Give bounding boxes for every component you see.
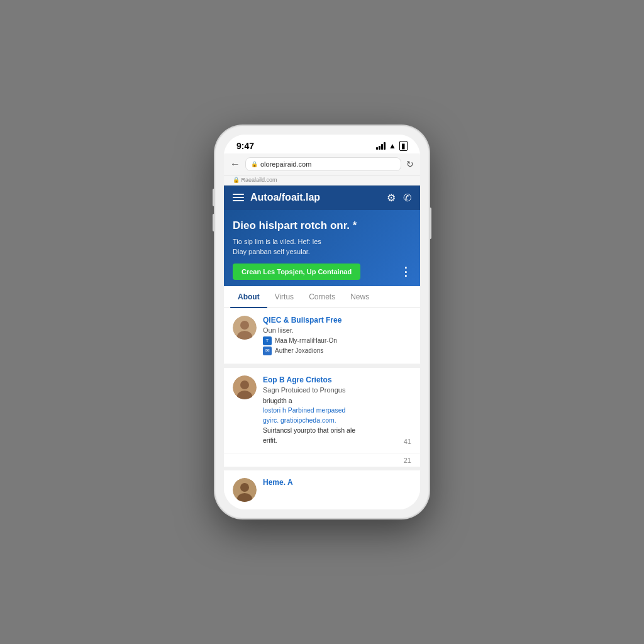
url-text: olorepairaid.com bbox=[260, 160, 311, 168]
phone-device: 9:47 ▲ ▮ ← 🔒 olorepairaid.com ↻ bbox=[215, 126, 429, 519]
post-2-count: 41 bbox=[404, 438, 411, 445]
hero-title: Dieo hislpart rotch onr. * bbox=[233, 219, 411, 233]
meta-text-1: Maa My-rmaliHaur-On bbox=[275, 337, 337, 344]
count-row: 21 bbox=[224, 454, 420, 467]
header-right: ⚙ ✆ bbox=[387, 192, 411, 204]
post-2-link[interactable]: lostori h Parbined merpasedgyirc. gratio… bbox=[263, 406, 345, 424]
meta-row-1: T Maa My-rmaliHaur-On bbox=[263, 336, 411, 345]
tabs-bar: About Virtus Cornets News bbox=[224, 286, 420, 308]
svg-point-1 bbox=[240, 321, 249, 330]
tab-cornets[interactable]: Cornets bbox=[301, 286, 343, 308]
back-button[interactable]: ← bbox=[230, 158, 240, 170]
post-item-partial: Heme. A bbox=[224, 467, 420, 509]
settings-icon[interactable]: ⚙ bbox=[387, 192, 396, 204]
browser-bar: ← 🔒 olorepairaid.com ↻ bbox=[224, 153, 420, 175]
post-1-body: QIEC & Buiispart Free Oun liiser. T Maa … bbox=[263, 316, 411, 355]
post-1-meta: T Maa My-rmaliHaur-On ✉ Auther Joxadions bbox=[263, 336, 411, 355]
app-title: Autoa/foait.lap bbox=[250, 192, 320, 203]
header-left: Autoa/foait.lap bbox=[233, 192, 320, 203]
tab-news[interactable]: News bbox=[343, 286, 377, 308]
avatar-1 bbox=[233, 316, 257, 340]
svg-point-4 bbox=[240, 380, 249, 389]
partial-post-body: Heme. A bbox=[263, 478, 411, 489]
url-bar[interactable]: 🔒 olorepairaid.com bbox=[245, 157, 401, 171]
avatar-3 bbox=[233, 478, 257, 502]
meta-text-2: Auther Joxadions bbox=[275, 347, 323, 354]
post-1-desc: Oun liiser. bbox=[263, 326, 411, 334]
volume-up-button bbox=[213, 189, 215, 206]
lock-icon: 🔒 bbox=[251, 161, 258, 167]
post-2-desc: Sagn Protuiced to Prongus bbox=[263, 386, 411, 394]
url-secondary-text: Raealaild.com bbox=[242, 177, 277, 183]
meta-icon-1: T bbox=[263, 336, 272, 345]
post-2-title[interactable]: Eop B Agre Crietos bbox=[263, 375, 411, 384]
content-area: QIEC & Buiispart Free Oun liiser. T Maa … bbox=[224, 308, 420, 510]
meta-icon-2: ✉ bbox=[263, 347, 272, 355]
hero-bottom: Crean Les Topsjen, Up Containad ⋮ bbox=[233, 264, 411, 280]
hamburger-menu[interactable] bbox=[233, 194, 244, 201]
avatar-2 bbox=[233, 375, 257, 399]
wifi-icon: ▲ bbox=[389, 142, 396, 150]
battery-icon: ▮ bbox=[399, 141, 408, 151]
hero-subtitle: Tio sip lim is la viled. Hef: lesDiay pa… bbox=[233, 236, 411, 257]
volume-down-button bbox=[213, 214, 215, 231]
app-header: Autoa/foait.lap ⚙ ✆ bbox=[224, 186, 420, 210]
hero-banner: Dieo hislpart rotch onr. * Tio sip lim i… bbox=[224, 210, 420, 286]
status-time: 9:47 bbox=[236, 141, 254, 151]
lock-icon-secondary: 🔒 bbox=[233, 177, 240, 183]
tab-virtus[interactable]: Virtus bbox=[267, 286, 301, 308]
post-item-2: Eop B Agre Crietos Sagn Protuiced to Pro… bbox=[224, 364, 420, 453]
phone-screen: 9:47 ▲ ▮ ← 🔒 olorepairaid.com ↻ bbox=[224, 135, 420, 510]
status-icons: ▲ ▮ bbox=[376, 141, 408, 151]
hamburger-line-1 bbox=[233, 194, 244, 195]
status-bar: 9:47 ▲ ▮ bbox=[224, 135, 420, 153]
power-button bbox=[429, 208, 431, 239]
svg-point-7 bbox=[240, 483, 249, 492]
post-2-long-desc: briugdth a lostori h Parbined merpasedgy… bbox=[263, 396, 411, 446]
signal-icon bbox=[376, 142, 386, 150]
partial-post-name[interactable]: Heme. A bbox=[263, 478, 411, 487]
count-21: 21 bbox=[404, 457, 411, 464]
hamburger-line-2 bbox=[233, 197, 244, 198]
post-item: QIEC & Buiispart Free Oun liiser. T Maa … bbox=[224, 308, 420, 363]
cta-button[interactable]: Crean Les Topsjen, Up Containad bbox=[233, 264, 360, 280]
phone-icon[interactable]: ✆ bbox=[403, 192, 411, 204]
post-1-title[interactable]: QIEC & Buiispart Free bbox=[263, 316, 411, 325]
post-2-body: Eop B Agre Crietos Sagn Protuiced to Pro… bbox=[263, 375, 411, 446]
refresh-button[interactable]: ↻ bbox=[406, 159, 414, 169]
url-secondary-bar: 🔒 Raealaild.com bbox=[224, 175, 420, 186]
more-options-icon[interactable]: ⋮ bbox=[400, 265, 411, 279]
hamburger-line-3 bbox=[233, 200, 244, 201]
tab-about[interactable]: About bbox=[230, 286, 267, 308]
meta-row-2: ✉ Auther Joxadions bbox=[263, 347, 411, 355]
